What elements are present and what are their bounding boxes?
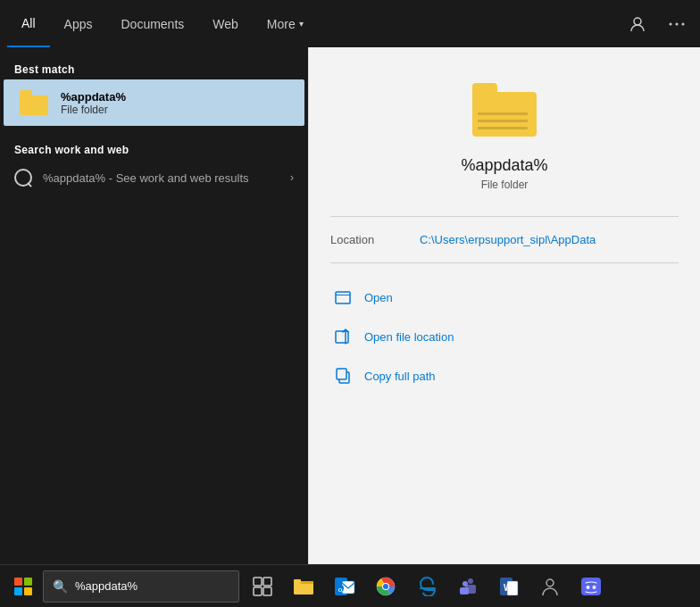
start-button[interactable] [4,567,43,606]
tab-web[interactable]: Web [198,0,253,47]
nav-actions [621,8,693,40]
svg-rect-9 [254,578,262,586]
svg-point-3 [682,22,685,25]
folder-lines [478,112,528,129]
open-icon [330,285,355,310]
teams-icon [457,577,479,596]
tab-more[interactable]: More ▾ [253,0,318,47]
svg-point-1 [670,22,672,25]
chrome-icon [376,577,396,596]
folder-icon-small [20,90,48,115]
result-item-appdata[interactable]: %appdata% File folder [4,79,304,126]
windows-logo [14,578,32,595]
svg-rect-10 [263,578,271,586]
taskbar-search[interactable]: 🔍 %appdata% [43,570,239,603]
discord-icon [580,577,602,596]
action-open-file-location[interactable]: Open file location [330,317,679,356]
svg-point-32 [587,586,590,589]
tab-more-label: More [267,17,296,31]
app-subtitle: File folder [481,179,529,191]
location-row: Location C:\Users\erpsupport_sipl\AppDat… [330,224,679,255]
folder-icon-small-container [18,87,50,119]
discord-button[interactable] [571,567,611,606]
svg-rect-12 [263,587,271,595]
svg-point-30 [546,579,554,586]
svg-point-25 [462,581,468,586]
folder-icon-large [472,83,537,137]
app-title: %appdata% [461,156,547,175]
left-panel: Best match %appdata% File folder Search … [0,47,308,564]
svg-rect-11 [254,587,262,595]
search-web-text: %appdata% - See work and web results [43,171,249,185]
taskbar-search-text: %appdata% [75,579,138,593]
outlook-icon: O [334,577,355,596]
divider-bottom [330,262,679,263]
top-nav: All Apps Documents Web More ▾ [0,0,700,47]
folder-body [20,96,48,115]
tab-apps[interactable]: Apps [50,0,107,47]
best-match-label: Best match [0,56,308,79]
action-copy-full-path[interactable]: Copy full path [330,356,679,395]
divider-top [330,216,679,217]
main-area: Best match %appdata% File folder Search … [0,47,700,564]
action-open-label: Open [364,291,393,304]
location-value[interactable]: C:\Users\erpsupport_sipl\AppData [420,233,596,246]
user-icon [540,577,560,596]
svg-point-22 [383,584,388,589]
svg-rect-6 [336,331,348,343]
tab-web-label: Web [212,17,238,31]
task-view-icon [253,577,272,596]
result-name: %appdata% [61,90,126,104]
location-label: Location [330,233,420,246]
copy-icon [330,363,355,388]
word-button[interactable]: W [489,567,529,606]
taskbar-icons: O [243,567,696,606]
result-text: %appdata% File folder [61,90,126,116]
folder-body-large [472,92,537,137]
teams-button[interactable] [448,567,488,606]
search-suffix: - See work and web results [109,171,249,185]
person-icon-btn[interactable] [621,8,654,40]
task-view-button[interactable] [243,567,282,606]
right-panel: %appdata% File folder Location C:\Users\… [308,47,700,564]
result-subtype: File folder [61,104,126,116]
svg-rect-5 [336,295,350,295]
svg-rect-26 [460,587,469,595]
edge-icon [417,577,437,596]
search-query: %appdata% [43,171,105,185]
svg-point-33 [593,586,596,589]
chrome-button[interactable] [366,567,405,606]
file-explorer-icon [293,577,314,596]
chevron-down-icon: ▾ [299,19,304,29]
search-icon [14,169,32,187]
action-open[interactable]: Open [330,278,679,317]
folder-line-2 [478,120,528,122]
search-web-label: Search work and web [0,137,308,160]
file-explorer-button[interactable] [284,567,323,606]
tab-all-label: All [21,16,36,30]
ellipsis-icon [669,22,685,26]
svg-rect-8 [337,369,346,379]
folder-icon-large-container [469,74,540,146]
ellipsis-icon-btn[interactable] [661,8,693,40]
person-icon [629,16,646,32]
search-web-section: Search work and web %appdata% - See work… [0,137,308,195]
svg-rect-4 [336,292,350,304]
taskbar-search-icon: 🔍 [53,579,68,594]
open-file-location-icon [330,324,355,349]
svg-text:W: W [504,583,512,593]
svg-rect-17 [342,581,354,594]
svg-point-0 [634,18,641,25]
taskbar: 🔍 %appdata% [0,564,700,607]
folder-line-3 [478,127,528,129]
tab-apps-label: Apps [64,17,93,31]
tab-documents[interactable]: Documents [106,0,198,47]
user-button[interactable] [530,567,570,606]
search-web-item[interactable]: %appdata% - See work and web results › [0,160,308,195]
action-copy-full-path-label: Copy full path [364,370,436,383]
edge-button[interactable] [407,567,446,606]
chevron-right-icon: › [290,171,294,184]
tab-all[interactable]: All [7,0,50,47]
outlook-button[interactable]: O [325,567,364,606]
tab-documents-label: Documents [121,17,184,31]
